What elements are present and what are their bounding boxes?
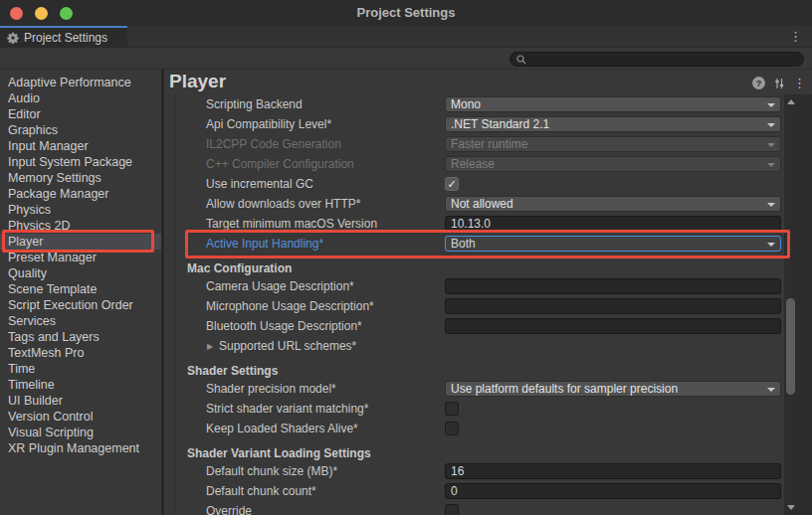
keep-loaded-shaders-alive-checkbox[interactable] <box>445 422 459 435</box>
sidebar-item-editor[interactable]: Editor <box>0 106 161 122</box>
row-shader-precision-model: Shader precision model*Use platform defa… <box>164 381 797 399</box>
override-checkbox[interactable] <box>445 504 459 515</box>
sidebar-item-ui-builder[interactable]: UI Builder <box>0 393 161 409</box>
microphone-usage-description-textfield[interactable] <box>445 298 781 314</box>
field-label-il2cpp-code-generation: IL2CPP Code Generation <box>206 136 341 152</box>
scrollbar-down-icon[interactable] <box>787 505 795 510</box>
settings-category-sidebar: Adaptive PerformanceAudioEditorGraphicsI… <box>0 70 161 515</box>
row-microphone-usage-description: Microphone Usage Description* <box>164 298 797 316</box>
chevron-down-icon <box>767 163 775 167</box>
help-icon[interactable]: ? <box>752 77 765 89</box>
field-label-default-chunk-count: Default chunk count* <box>206 483 316 499</box>
sidebar-item-textmesh-pro[interactable]: TextMesh Pro <box>0 345 161 361</box>
row-default-chunk-size-mb: Default chunk size (MB)*16 <box>164 463 797 481</box>
camera-usage-description-textfield[interactable] <box>445 278 781 294</box>
field-label-scripting-backend: Scripting Backend <box>206 96 303 112</box>
sidebar-item-adaptive-performance[interactable]: Adaptive Performance <box>0 75 161 90</box>
active-input-handling-dropdown[interactable]: Both <box>445 236 781 252</box>
preset-icon[interactable] <box>773 78 785 89</box>
field-label-strict-shader-variant-matching: Strict shader variant matching* <box>206 401 368 417</box>
row-bluetooth-usage-description: Bluetooth Usage Description* <box>164 318 797 336</box>
field-label-keep-loaded-shaders-alive: Keep Loaded Shaders Alive* <box>206 421 358 436</box>
strict-shader-variant-matching-checkbox[interactable] <box>445 402 459 416</box>
sidebar-item-preset-manager[interactable]: Preset Manager <box>0 250 161 265</box>
field-label-use-incremental-gc: Use incremental GC <box>206 176 313 192</box>
toolbar <box>0 48 812 70</box>
sidebar-item-timeline[interactable]: Timeline <box>0 377 161 393</box>
row-api-compatibility-level: Api Compatibility Level*.NET Standard 2.… <box>164 116 797 134</box>
field-label-shader-precision-model: Shader precision model* <box>206 381 336 397</box>
row-strict-shader-variant-matching: Strict shader variant matching* <box>164 401 797 419</box>
use-incremental-gc-checkbox[interactable]: ✓ <box>445 177 459 191</box>
header-kebab-menu-icon[interactable]: ⋮ <box>793 77 806 89</box>
scripting-backend-dropdown[interactable]: Mono <box>445 96 781 112</box>
row-keep-loaded-shaders-alive: Keep Loaded Shaders Alive* <box>164 421 797 438</box>
row-target-minimum-macos-version: Target minimum macOS Version10.13.0 <box>164 216 797 234</box>
field-label-default-chunk-size-mb: Default chunk size (MB)* <box>206 463 337 479</box>
row-use-incremental-gc: Use incremental GC✓ <box>164 176 797 194</box>
sidebar-item-package-manager[interactable]: Package Manager <box>0 186 161 202</box>
sidebar-item-physics-2d[interactable]: Physics 2D <box>0 218 161 234</box>
scrollbar-thumb[interactable] <box>786 298 795 395</box>
field-label-api-compatibility-level: Api Compatibility Level* <box>206 116 331 132</box>
field-label-allow-downloads-over-http: Allow downloads over HTTP* <box>206 196 360 212</box>
sidebar-item-services[interactable]: Services <box>0 313 161 329</box>
allow-downloads-over-http-dropdown[interactable]: Not allowed <box>445 196 781 212</box>
field-label-bluetooth-usage-description: Bluetooth Usage Description* <box>206 318 362 334</box>
header-icons: ? ⋮ <box>752 77 806 89</box>
search-input[interactable] <box>530 54 797 66</box>
chevron-down-icon <box>767 243 775 247</box>
default-chunk-count-textfield[interactable]: 0 <box>445 483 781 499</box>
window-title: Project Settings <box>0 0 812 26</box>
sidebar-item-player[interactable]: Player <box>0 234 161 250</box>
default-chunk-size-mb-textfield[interactable]: 16 <box>445 463 781 479</box>
project-settings-window: Project Settings Project Settings ⋮ <box>0 0 812 515</box>
sidebar-item-tags-and-layers[interactable]: Tags and Layers <box>0 329 161 345</box>
il2cpp-code-generation-dropdown[interactable]: Faster runtime <box>445 136 781 152</box>
titlebar: Project Settings <box>0 0 812 26</box>
target-minimum-macos-version-textfield[interactable]: 10.13.0 <box>445 216 781 232</box>
field-label-camera-usage-description: Camera Usage Description* <box>206 278 354 294</box>
scrollbar-up-icon[interactable] <box>787 99 795 104</box>
field-label-supported-url-schemes[interactable]: Supported URL schemes* <box>219 338 356 354</box>
sidebar-item-quality[interactable]: Quality <box>0 265 161 281</box>
sidebar-item-visual-scripting[interactable]: Visual Scripting <box>0 425 161 440</box>
row-active-input-handling: Active Input Handling*Both <box>164 236 797 254</box>
sidebar-item-physics[interactable]: Physics <box>0 202 161 218</box>
api-compatibility-level-dropdown[interactable]: .NET Standard 2.1 <box>445 116 781 132</box>
page-title: Player <box>169 71 226 92</box>
section-label-shader-variant-loading-settings: Shader Variant Loading Settings <box>187 445 371 461</box>
sidebar-item-input-manager[interactable]: Input Manager <box>0 138 161 154</box>
row-camera-usage-description: Camera Usage Description* <box>164 278 797 296</box>
section-mac-configuration: Mac Configuration <box>164 260 797 278</box>
row-default-chunk-count: Default chunk count*0 <box>164 483 797 501</box>
chevron-down-icon <box>767 103 775 107</box>
search-box[interactable] <box>509 52 804 67</box>
tab-bar: Project Settings ⋮ <box>0 26 812 48</box>
section-shader-variant-loading-settings: Shader Variant Loading Settings <box>164 445 797 463</box>
sidebar-item-scene-template[interactable]: Scene Template <box>0 281 161 297</box>
sidebar-item-version-control[interactable]: Version Control <box>0 409 161 425</box>
c-compiler-configuration-dropdown[interactable]: Release <box>445 156 781 172</box>
section-shader-settings: Shader Settings <box>164 363 797 381</box>
field-label-target-minimum-macos-version: Target minimum macOS Version <box>206 216 377 232</box>
tab-label: Project Settings <box>24 31 107 45</box>
chevron-down-icon <box>767 123 775 127</box>
bluetooth-usage-description-textfield[interactable] <box>445 318 781 334</box>
shader-precision-model-dropdown[interactable]: Use platform defaults for sampler precis… <box>445 381 781 397</box>
sidebar-item-audio[interactable]: Audio <box>0 90 161 106</box>
sidebar-item-script-execution-order[interactable]: Script Execution Order <box>0 297 161 313</box>
tab-project-settings[interactable]: Project Settings <box>0 26 127 48</box>
right-gutter <box>797 94 812 515</box>
sidebar-item-graphics[interactable]: Graphics <box>0 122 161 138</box>
sidebar-item-input-system-package[interactable]: Input System Package <box>0 154 161 170</box>
sidebar-item-time[interactable]: Time <box>0 361 161 377</box>
section-label-shader-settings: Shader Settings <box>187 363 278 379</box>
sidebar-item-memory-settings[interactable]: Memory Settings <box>0 170 161 186</box>
sidebar-item-xr-plugin-management[interactable]: XR Plugin Management <box>0 440 161 456</box>
row-override: Override <box>164 503 797 515</box>
foldout-arrow-icon[interactable]: ▶ <box>207 342 213 351</box>
vertical-scrollbar[interactable] <box>784 94 797 515</box>
chevron-down-icon <box>767 143 775 147</box>
tabbar-kebab-menu-icon[interactable]: ⋮ <box>789 30 802 43</box>
